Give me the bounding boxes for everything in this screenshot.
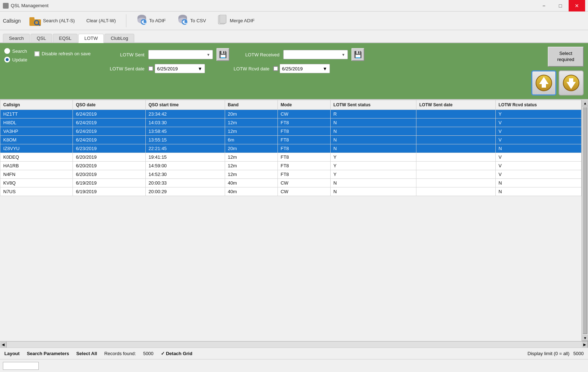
select-required-button[interactable]: Select required: [548, 47, 584, 67]
lotw-sent-date-wrapper: 6/25/2019 ▼: [148, 64, 205, 73]
table-row[interactable]: K8OM6/24/201913:55:156mFT8NV: [0, 136, 582, 144]
cell-qso_date: 6/24/2019: [73, 110, 145, 118]
lotw-fields: LOTW Sent ▼ 💾 LOTW Received ▼ 💾 LO: [98, 48, 524, 73]
cell-qso_start_time: 20:00:29: [145, 187, 225, 196]
cell-callsign: HA1RB: [0, 162, 73, 170]
table-scroll[interactable]: Callsign QSO date QSO start time Band Mo…: [0, 100, 582, 341]
lotw-rcvd-date-arrow-icon: ▼: [323, 66, 327, 71]
lotw-received-select[interactable]: ▼: [283, 50, 348, 59]
search-radio-row[interactable]: Search: [4, 48, 27, 54]
update-radio-row[interactable]: Update: [4, 57, 27, 62]
floppy2-icon: 💾: [354, 51, 362, 59]
horizontal-scrollbar[interactable]: ◀ ▶: [0, 341, 588, 348]
cell-band: 20m: [225, 110, 277, 118]
lotw-rcvd-date-checkbox[interactable]: [273, 66, 278, 71]
cell-callsign: N4FN: [0, 170, 73, 179]
scroll-thumb[interactable]: [583, 107, 587, 334]
disable-refresh-checkbox[interactable]: [34, 51, 39, 56]
cell-lotw_rcvd_status: V: [495, 162, 581, 170]
window-controls: − □ ✕: [536, 0, 585, 11]
scroll-right-arrow[interactable]: ▶: [582, 341, 588, 348]
merge-adif-label: Merge ADIF: [230, 18, 255, 23]
scroll-down-arrow[interactable]: ▼: [582, 335, 588, 341]
qso-table: Callsign QSO date QSO start time Band Mo…: [0, 100, 582, 196]
records-found-label: Records found:: [104, 351, 136, 356]
scroll-up-arrow[interactable]: ▲: [582, 100, 588, 106]
upload-button[interactable]: [531, 70, 556, 96]
download-button[interactable]: [559, 70, 584, 96]
cell-lotw_sent_date: [416, 179, 496, 187]
display-limit-label: Display limit (0 = all): [528, 351, 570, 356]
tab-qsl[interactable]: QSL: [31, 34, 52, 42]
lotw-sent-date-value: 6/25/2019: [157, 66, 178, 71]
to-adif-button[interactable]: To ADIF: [134, 13, 169, 28]
lotw-sent-date-checkbox[interactable]: [148, 66, 153, 71]
cell-lotw_sent_status: Y: [330, 162, 416, 170]
scroll-left-arrow[interactable]: ◀: [0, 341, 6, 348]
minimize-button[interactable]: −: [536, 0, 552, 11]
disable-refresh-row[interactable]: Disable refresh on save: [34, 51, 91, 56]
table-row[interactable]: HZ1TT6/24/201923:34:4220mCWRY: [0, 110, 582, 118]
layout-button[interactable]: Layout: [4, 351, 20, 356]
cell-lotw_sent_status: Y: [330, 153, 416, 162]
table-row[interactable]: N7US6/19/201920:00:2940mCWNN: [0, 187, 582, 196]
cell-lotw_sent_status: N: [330, 118, 416, 127]
cell-callsign: IZ8VYU: [0, 144, 73, 153]
cell-callsign: HI8DL: [0, 118, 73, 127]
lotw-panel: Search Update Disable refresh on save LO…: [0, 43, 588, 100]
search-button-label: Search (ALT-S): [43, 18, 75, 23]
cell-callsign: KV8Q: [0, 179, 73, 187]
col-header-mode: Mode: [277, 100, 330, 110]
tab-clublog[interactable]: ClubLog: [104, 34, 134, 42]
csv-icon: [177, 15, 188, 27]
cell-lotw_rcvd_status: V: [495, 136, 581, 144]
tab-lotw[interactable]: LOTW: [78, 34, 104, 43]
vertical-scrollbar[interactable]: ▲ ▼: [582, 100, 588, 341]
search-button[interactable]: Search (ALT-S): [27, 14, 78, 27]
clear-button[interactable]: Clear (ALT-W): [83, 17, 118, 25]
table-row[interactable]: VA3HP6/24/201913:58:4512mFT8NV: [0, 127, 582, 136]
status-bar: Layout Search Parameters Select All Reco…: [0, 348, 588, 359]
select-all-button[interactable]: Select All: [76, 351, 97, 356]
cell-mode: CW: [277, 110, 330, 118]
merge-adif-button[interactable]: Merge ADIF: [215, 13, 257, 28]
tab-eqsl[interactable]: EQSL: [53, 34, 78, 42]
table-row[interactable]: K0DEQ6/20/201919:41:1512mFT8YV: [0, 153, 582, 162]
col-header-callsign: Callsign: [0, 100, 73, 110]
cell-lotw_rcvd_status: V: [495, 127, 581, 136]
cell-lotw_rcvd_status: N: [495, 144, 581, 153]
cell-qso_date: 6/20/2019: [73, 153, 145, 162]
cell-mode: FT8: [277, 136, 330, 144]
bottom-bar: [0, 359, 588, 372]
cell-mode: FT8: [277, 162, 330, 170]
app-icon: [3, 3, 9, 9]
lotw-sent-select[interactable]: ▼: [148, 50, 213, 59]
lotw-sent-save-button[interactable]: 💾: [216, 48, 229, 61]
download-arrow-icon: [562, 74, 580, 92]
col-header-time: QSO start time: [145, 100, 225, 110]
search-params-button[interactable]: Search Parameters: [27, 351, 69, 356]
table-row[interactable]: N4FN6/20/201914:52:3012mFT8YV: [0, 170, 582, 179]
table-row[interactable]: HI8DL6/24/201914:03:3012mFT8NV: [0, 118, 582, 127]
table-header-row: Callsign QSO date QSO start time Band Mo…: [0, 100, 582, 110]
detach-grid-button[interactable]: ✓ Detach Grid: [161, 351, 192, 356]
col-header-sent-status: LOTW Sent status: [330, 100, 416, 110]
close-button[interactable]: ✕: [569, 0, 585, 11]
maximize-button[interactable]: □: [552, 0, 569, 11]
col-header-sent-date: LOTW Sent date: [416, 100, 496, 110]
lotw-rcvd-date-value: 6/25/2019: [282, 66, 303, 71]
search-radio[interactable]: [4, 48, 10, 54]
lotw-rcvd-date-wrapper: 6/25/2019 ▼: [273, 64, 330, 73]
table-row[interactable]: IZ8VYU6/23/201922:21:4520mFT8NN: [0, 144, 582, 153]
tab-search[interactable]: Search: [3, 34, 30, 42]
table-row[interactable]: KV8Q6/19/201920:00:3340mCWNN: [0, 179, 582, 187]
bottom-input[interactable]: [3, 362, 39, 370]
lotw-rcvd-date-label: LOTW Rcvd date: [223, 66, 270, 71]
table-row[interactable]: HA1RB6/20/201914:59:0012mFT8YV: [0, 162, 582, 170]
lotw-sent-date-select[interactable]: 6/25/2019 ▼: [155, 64, 205, 73]
lotw-received-save-button[interactable]: 💾: [351, 48, 364, 61]
lotw-rcvd-date-select[interactable]: 6/25/2019 ▼: [280, 64, 330, 73]
to-csv-button[interactable]: To CSV: [174, 13, 209, 28]
cell-mode: FT8: [277, 127, 330, 136]
update-radio[interactable]: [4, 57, 10, 62]
